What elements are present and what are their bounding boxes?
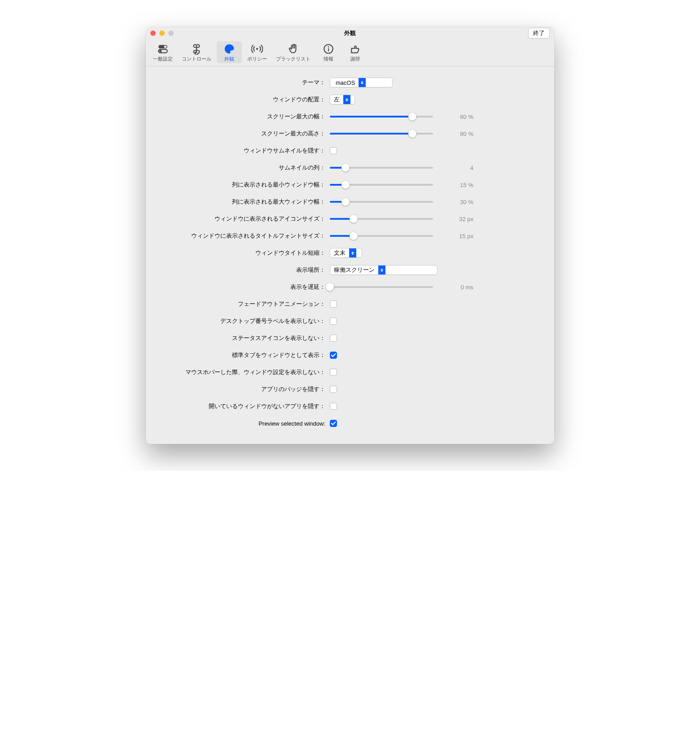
delay-label: 表示を遅延： <box>159 283 330 291</box>
alignment-label: ウィンドウの配置： <box>159 96 330 104</box>
theme-label: テーマ： <box>159 78 330 87</box>
thumb-cols-slider[interactable] <box>330 163 433 172</box>
hand-icon <box>288 43 299 55</box>
font-size-slider[interactable] <box>330 231 433 240</box>
show-on-select[interactable]: 稼働スクリーン <box>330 265 438 275</box>
hide-thumb-checkbox[interactable] <box>330 147 337 154</box>
toggles-icon <box>157 43 169 55</box>
close-icon[interactable] <box>150 30 156 36</box>
thumbsup-icon <box>350 43 361 55</box>
delay-value: 0 ms <box>438 284 473 291</box>
hide-status-icon-label: ステータスアイコンを表示しない： <box>159 334 330 342</box>
hide-status-icon-checkbox[interactable] <box>330 335 337 342</box>
svg-point-3 <box>159 50 162 52</box>
tab-label: 謝辞 <box>350 56 360 62</box>
title-trunc-select[interactable]: 文末 <box>330 248 362 258</box>
hide-no-window-app-label: 開いているウィンドウがないアプリを隠す： <box>159 402 330 410</box>
hide-app-badge-label: アプリのバッジを隠す： <box>159 385 330 393</box>
max-width-slider[interactable] <box>330 112 433 121</box>
fade-out-checkbox[interactable] <box>330 300 337 308</box>
thumb-cols-value: 4 <box>438 165 473 171</box>
svg-point-7 <box>227 50 228 51</box>
titlebar: 外観 終了 <box>146 27 554 39</box>
fade-out-label: フェードアウトアニメーション： <box>159 300 330 308</box>
tabs-as-windows-checkbox[interactable] <box>330 352 337 359</box>
traffic-lights <box>150 30 174 36</box>
tab-general[interactable]: 一般設定 <box>149 41 176 63</box>
hide-desktop-label-checkbox[interactable] <box>330 318 337 325</box>
tab-info[interactable]: 情報 <box>316 41 341 63</box>
thumb-cols-label: サムネイルの列： <box>159 164 330 172</box>
hide-settings-hover-label: マウスホバーした際、ウィンドウ設定を表示しない： <box>159 368 330 376</box>
tab-label: 外観 <box>224 56 234 62</box>
tab-label: コントロール <box>182 56 211 62</box>
chevron-updown-icon <box>359 78 366 87</box>
font-size-value: 15 px <box>438 233 473 239</box>
tab-label: 一般設定 <box>153 56 173 62</box>
minimize-icon[interactable] <box>159 30 165 36</box>
hide-no-window-app-checkbox[interactable] <box>330 403 337 410</box>
max-height-label: スクリーン最大の高さ： <box>159 130 330 138</box>
max-height-slider[interactable] <box>330 129 433 138</box>
delay-slider[interactable] <box>330 283 433 292</box>
tab-acknowledgements[interactable]: 謝辞 <box>343 41 368 63</box>
tabs-as-windows-label: 標準タブをウィンドウとして表示： <box>159 351 330 359</box>
alignment-select[interactable]: 左 <box>330 95 355 104</box>
chevron-updown-icon <box>378 266 385 274</box>
tab-appearance[interactable]: 外観 <box>217 41 242 63</box>
svg-point-10 <box>328 46 329 48</box>
svg-point-4 <box>226 47 228 48</box>
tab-label: ブラックリスト <box>276 56 311 62</box>
hide-app-badge-checkbox[interactable] <box>330 386 337 393</box>
max-win-width-slider[interactable] <box>330 197 433 206</box>
icon-size-slider[interactable] <box>330 214 433 223</box>
icon-size-label: ウィンドウに表示されるアイコンサイズ： <box>159 215 330 223</box>
min-win-width-label: 列に表示される最小ウィンドウ幅： <box>159 181 330 189</box>
preview-selected-label: Preview selected window: <box>159 420 330 427</box>
font-size-label: ウィンドウに表示されるタイトルフォントサイズ： <box>159 232 330 240</box>
window-title: 外観 <box>146 29 554 37</box>
max-win-width-label: 列に表示される最大ウィンドウ幅： <box>159 198 330 206</box>
icon-size-value: 32 px <box>438 216 473 222</box>
svg-point-1 <box>164 45 166 48</box>
antenna-icon <box>251 43 263 55</box>
max-height-value: 80 % <box>438 131 473 137</box>
command-icon <box>191 43 202 55</box>
quit-button[interactable]: 終了 <box>528 28 550 39</box>
title-trunc-label: ウィンドウタイトル短縮： <box>159 249 330 257</box>
svg-point-6 <box>230 46 232 47</box>
tab-label: ポリシー <box>247 56 267 62</box>
preferences-window: 外観 終了 一般設定 コントロール 外観 ポリシー <box>146 27 554 444</box>
toolbar: 一般設定 コントロール 外観 ポリシー ブラックリスト <box>146 39 554 66</box>
chevron-updown-icon <box>349 248 356 257</box>
settings-panel: テーマ： macOS ウィンドウの配置： 左 スクリーン最大の幅： <box>146 66 554 444</box>
tab-label: 情報 <box>324 56 333 62</box>
tab-controls[interactable]: コントロール <box>178 41 215 63</box>
info-icon <box>323 43 334 55</box>
min-win-width-value: 15 % <box>438 182 473 188</box>
hide-settings-hover-checkbox[interactable] <box>330 369 337 376</box>
palette-icon <box>223 43 235 55</box>
tab-policy[interactable]: ポリシー <box>244 41 271 63</box>
tab-blacklist[interactable]: ブラックリスト <box>272 41 314 63</box>
theme-select[interactable]: macOS <box>330 78 393 87</box>
max-width-value: 80 % <box>438 113 473 120</box>
max-win-width-value: 30 % <box>438 199 473 205</box>
preview-selected-checkbox[interactable] <box>330 420 337 427</box>
min-win-width-slider[interactable] <box>330 180 433 189</box>
svg-point-8 <box>256 48 258 50</box>
hide-thumb-label: ウィンドウサムネイルを隠す： <box>159 147 330 155</box>
zoom-icon[interactable] <box>168 30 174 36</box>
svg-point-5 <box>228 46 229 47</box>
max-width-label: スクリーン最大の幅： <box>159 113 330 121</box>
svg-rect-11 <box>328 48 329 52</box>
show-on-label: 表示場所： <box>159 266 330 274</box>
chevron-updown-icon <box>343 95 350 104</box>
hide-desktop-label-label: デスクトップ番号ラベルを表示しない： <box>159 317 330 325</box>
